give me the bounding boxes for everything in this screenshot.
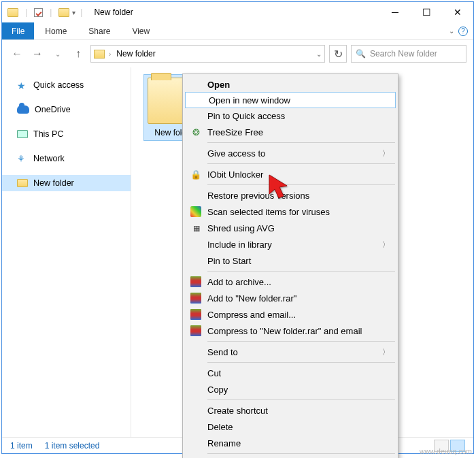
sidebar-item-quick-access[interactable]: ★ Quick access (2, 77, 131, 93)
separator (207, 163, 395, 164)
search-input[interactable]: 🔍 Search New folder (351, 45, 466, 63)
window-title: New folder (94, 7, 133, 17)
refresh-button[interactable]: ↻ (329, 45, 347, 63)
navigation-pane: ★ Quick access OneDrive This PC ⚘ Networ… (2, 67, 131, 437)
separator (207, 271, 395, 272)
ctx-compress-rar-email[interactable]: Compress to "New folder.rar" and email (184, 323, 396, 339)
address-input[interactable]: › New folder ⌄ (90, 45, 325, 63)
chevron-right-icon: 〉 (382, 347, 390, 357)
ctx-send-to[interactable]: Send to〉 (184, 344, 396, 360)
separator (207, 399, 395, 400)
separator (207, 184, 395, 185)
chevron-down-icon[interactable]: ⌄ (316, 50, 322, 58)
archive-icon (190, 325, 201, 336)
separator (207, 453, 395, 454)
back-button[interactable]: ← (9, 46, 25, 62)
close-button[interactable]: ✕ (442, 2, 473, 22)
tab-file[interactable]: File (2, 22, 34, 39)
archive-icon (190, 293, 201, 304)
folder-icon (17, 179, 28, 187)
chevron-right-icon: 〉 (382, 240, 390, 250)
sidebar-item-label: New folder (33, 178, 74, 188)
pointer-annotation (267, 174, 296, 203)
archive-icon (190, 276, 201, 287)
separator (207, 362, 395, 363)
tab-home[interactable]: Home (34, 22, 78, 39)
help-icon[interactable]: ? (458, 27, 468, 36)
ctx-delete[interactable]: Delete (184, 419, 396, 435)
checkbox-icon[interactable] (34, 8, 43, 17)
ctx-open-new-window[interactable]: Open in new window (185, 92, 396, 108)
maximize-button[interactable]: ☐ (411, 2, 442, 22)
ctx-open[interactable]: Open (184, 76, 396, 93)
ctx-treesize[interactable]: ❂TreeSize Free (184, 124, 396, 140)
ctx-add-archive[interactable]: Add to archive... (184, 274, 396, 290)
context-menu: Open Open in new window Pin to Quick acc… (182, 73, 398, 458)
ctx-pin-quick-access[interactable]: Pin to Quick access (184, 108, 396, 124)
ctx-shred-avg[interactable]: ▦Shred using AVG (184, 220, 396, 236)
ctx-copy[interactable]: Copy (184, 381, 396, 397)
folder-icon (58, 8, 69, 17)
sidebar-item-label: Quick access (33, 80, 84, 90)
sidebar-item-new-folder[interactable]: New folder (2, 175, 131, 191)
address-bar: ← → ⌄ ↑ › New folder ⌄ ↻ 🔍 Search New fo… (2, 40, 473, 67)
archive-icon (190, 309, 201, 320)
ctx-add-rar[interactable]: Add to "New folder.rar" (184, 290, 396, 306)
forward-button[interactable]: → (29, 46, 46, 62)
sidebar-item-network[interactable]: ⚘ Network (2, 150, 131, 167)
cloud-icon (17, 105, 29, 114)
selected-count: 1 item selected (45, 441, 100, 451)
shield-icon (190, 206, 201, 217)
tab-view[interactable]: View (121, 22, 160, 39)
network-icon: ⚘ (17, 154, 28, 163)
watermark: www.deuaq.com (420, 447, 472, 455)
sidebar-item-onedrive[interactable]: OneDrive (2, 101, 131, 118)
sidebar-item-label: This PC (33, 129, 63, 139)
ctx-scan-virus[interactable]: Scan selected items for viruses (184, 203, 396, 220)
folder-icon (7, 8, 18, 17)
item-count: 1 item (10, 441, 33, 451)
lock-icon: 🔒 (190, 169, 201, 180)
folder-icon (94, 50, 105, 59)
ctx-include-library[interactable]: Include in library〉 (184, 236, 396, 252)
tab-share[interactable]: Share (78, 22, 121, 39)
svg-marker-0 (269, 175, 287, 198)
breadcrumb[interactable]: New folder (115, 49, 156, 59)
tree-icon: ❂ (190, 127, 201, 137)
minimize-button[interactable]: ─ (379, 2, 411, 22)
separator (207, 142, 395, 143)
ctx-cut[interactable]: Cut (184, 365, 396, 381)
ctx-rename[interactable]: Rename (184, 435, 396, 451)
chevron-down-icon[interactable]: ⌄ (449, 27, 454, 35)
separator (207, 341, 395, 342)
recent-dropdown[interactable]: ⌄ (50, 46, 66, 62)
ribbon-tabs: File Home Share View ⌄ ? (2, 22, 473, 40)
shred-icon: ▦ (190, 223, 201, 233)
title-bar: | | ▾ | New folder ─ ☐ ✕ (2, 2, 473, 22)
sidebar-item-label: OneDrive (35, 105, 71, 114)
search-placeholder: Search New folder (370, 49, 437, 59)
pc-icon (17, 130, 28, 138)
up-button[interactable]: ↑ (70, 46, 86, 62)
ctx-pin-start[interactable]: Pin to Start (184, 252, 396, 269)
star-icon: ★ (17, 80, 28, 90)
sidebar-item-this-pc[interactable]: This PC (2, 126, 131, 142)
search-icon: 🔍 (356, 49, 366, 59)
sidebar-item-label: Network (33, 154, 65, 163)
chevron-right-icon: 〉 (382, 148, 390, 159)
ctx-give-access[interactable]: Give access to〉 (184, 145, 396, 161)
ctx-compress-email[interactable]: Compress and email... (184, 306, 396, 323)
ctx-create-shortcut[interactable]: Create shortcut (184, 402, 396, 419)
